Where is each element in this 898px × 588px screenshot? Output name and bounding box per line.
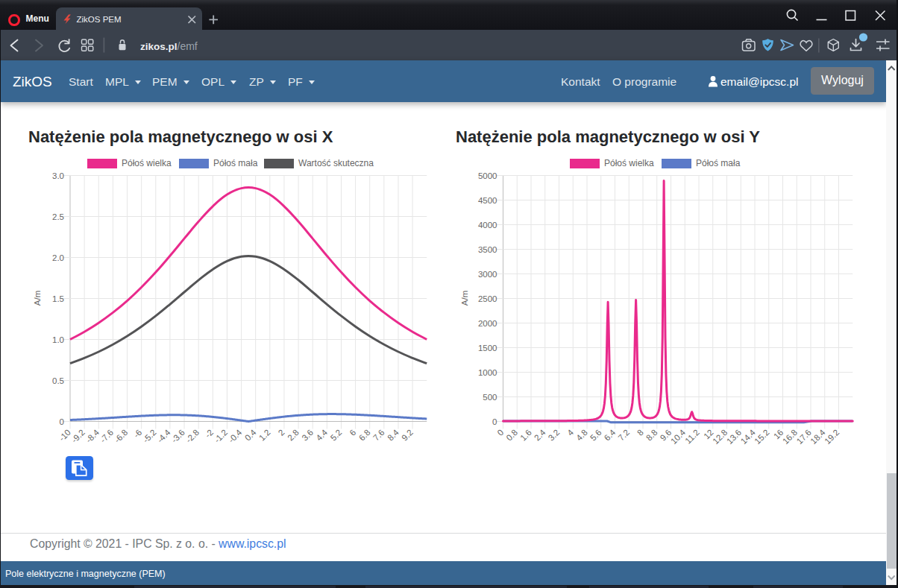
svg-text:-0.4: -0.4 xyxy=(227,428,244,445)
svg-text:8.4: 8.4 xyxy=(386,428,401,443)
svg-text:12.8: 12.8 xyxy=(711,428,729,446)
svg-text:9.2: 9.2 xyxy=(400,428,415,443)
svg-text:1.2: 1.2 xyxy=(257,428,272,443)
svg-text:1.0: 1.0 xyxy=(52,335,64,344)
svg-text:7.6: 7.6 xyxy=(371,428,386,443)
svg-text:2.5: 2.5 xyxy=(52,212,64,221)
svg-text:3.0: 3.0 xyxy=(52,171,64,180)
svg-text:2000: 2000 xyxy=(478,319,497,328)
svg-text:13.6: 13.6 xyxy=(725,428,743,446)
svg-text:-7.6: -7.6 xyxy=(98,428,116,445)
svg-text:Półoś mała: Półoś mała xyxy=(696,158,741,168)
svg-text:4000: 4000 xyxy=(478,221,497,230)
svg-text:500: 500 xyxy=(483,393,497,402)
svg-text:4.4: 4.4 xyxy=(314,428,329,443)
svg-text:18.4: 18.4 xyxy=(808,428,827,446)
svg-text:0.8: 0.8 xyxy=(504,428,519,443)
svg-text:3500: 3500 xyxy=(478,245,497,254)
svg-text:0: 0 xyxy=(492,417,497,426)
svg-text:16.8: 16.8 xyxy=(781,428,799,446)
svg-text:Wartość skuteczna: Wartość skuteczna xyxy=(298,158,374,168)
svg-text:-4.4: -4.4 xyxy=(155,428,172,445)
svg-text:1000: 1000 xyxy=(478,368,497,377)
svg-text:-9.2: -9.2 xyxy=(70,428,87,445)
svg-text:3000: 3000 xyxy=(478,270,497,279)
svg-text:14.4: 14.4 xyxy=(739,428,758,446)
svg-text:17.6: 17.6 xyxy=(795,428,813,446)
svg-text:4.8: 4.8 xyxy=(574,428,589,443)
svg-text:Półoś mała: Półoś mała xyxy=(213,158,258,168)
svg-text:1500: 1500 xyxy=(478,344,497,353)
svg-text:5.2: 5.2 xyxy=(329,428,344,443)
svg-text:4500: 4500 xyxy=(478,196,497,205)
svg-text:-8.4: -8.4 xyxy=(84,428,101,445)
svg-text:11.2: 11.2 xyxy=(683,428,701,446)
svg-text:0.4: 0.4 xyxy=(243,428,258,443)
svg-text:1.6: 1.6 xyxy=(518,428,533,443)
svg-text:5.6: 5.6 xyxy=(588,428,603,443)
svg-text:6.4: 6.4 xyxy=(603,428,618,443)
svg-text:Półoś wielka: Półoś wielka xyxy=(122,158,172,168)
svg-text:-6.8: -6.8 xyxy=(113,428,130,445)
svg-text:3.2: 3.2 xyxy=(547,428,562,443)
svg-text:A/m: A/m xyxy=(460,291,469,306)
svg-text:2.8: 2.8 xyxy=(286,428,301,443)
svg-text:0.5: 0.5 xyxy=(52,376,64,385)
svg-text:-10: -10 xyxy=(57,428,72,443)
svg-text:6.8: 6.8 xyxy=(357,428,372,443)
svg-text:-2.8: -2.8 xyxy=(184,428,201,445)
svg-text:5000: 5000 xyxy=(478,171,497,180)
svg-text:A/m: A/m xyxy=(33,291,42,306)
svg-text:6: 6 xyxy=(348,428,357,437)
svg-text:-3.6: -3.6 xyxy=(169,428,186,445)
svg-text:15.2: 15.2 xyxy=(753,428,770,446)
svg-text:2.4: 2.4 xyxy=(533,428,547,443)
svg-text:0: 0 xyxy=(60,417,64,426)
svg-text:3.6: 3.6 xyxy=(300,428,315,443)
svg-text:8.8: 8.8 xyxy=(644,428,659,443)
svg-text:-5.2: -5.2 xyxy=(141,428,158,445)
svg-text:Półoś wielka: Półoś wielka xyxy=(604,158,654,168)
svg-text:1.5: 1.5 xyxy=(52,294,64,303)
svg-text:2500: 2500 xyxy=(478,294,497,303)
svg-text:19.2: 19.2 xyxy=(823,428,841,446)
svg-text:10.4: 10.4 xyxy=(669,428,688,446)
svg-text:-1.2: -1.2 xyxy=(213,428,230,445)
svg-text:2.0: 2.0 xyxy=(52,253,64,262)
svg-text:2: 2 xyxy=(277,428,286,437)
svg-text:7.2: 7.2 xyxy=(616,428,631,443)
